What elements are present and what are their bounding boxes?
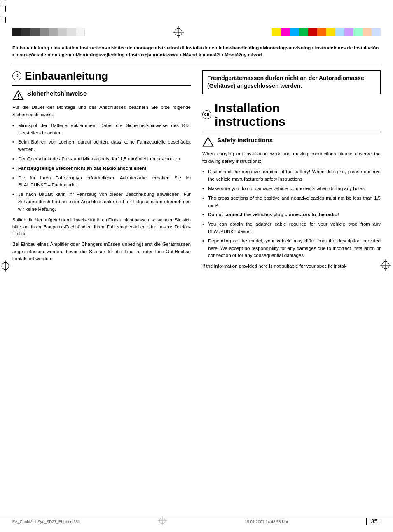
swatch-red <box>308 28 317 36</box>
page-wrapper: Einbauanleitung • Installation instructi… <box>0 0 393 532</box>
left-bullet-5: Die für Ihren Fahrzeugtyp erforderlichen… <box>12 174 191 189</box>
swatch-gray3 <box>49 28 58 36</box>
right-warning-box-text: Fremdgerätemassen dürfen nicht an der Au… <box>207 74 376 90</box>
right-title-row: GB Installation instructions <box>202 101 381 128</box>
swatch-gray4 <box>58 28 67 36</box>
two-column-layout: D Einbauanleitung ! Sicherheitshinweise … <box>12 70 381 274</box>
swatch-lavender <box>344 28 353 36</box>
left-main-title: Einbauanleitung <box>25 70 108 82</box>
swatch-darkgray <box>21 28 30 36</box>
swatch-green <box>299 28 308 36</box>
crosshair-left <box>2 262 9 270</box>
left-extra-text-2: Bei Einbau eines Amplifier oder Changers… <box>12 241 191 263</box>
swatch-mint <box>353 28 363 36</box>
swatch-cyan <box>290 28 299 36</box>
left-bullet-list: Minuspol der Batterie abklemmen! Dabei d… <box>12 122 191 213</box>
left-bullet-3: Der Querschnitt des Plus- und Minuskabel… <box>12 155 191 163</box>
footer-left-text: EA_CanbMelbSyd_SD27_EU.indd 351 <box>12 519 80 524</box>
right-bullet-list: Disconnect the negative terminal of the … <box>202 168 381 259</box>
right-divider <box>202 132 381 132</box>
right-intro-text: When carrying out installation work and … <box>202 151 381 165</box>
swatch-white <box>76 28 85 36</box>
left-circle-letter: D <box>12 71 21 80</box>
swatch-magenta <box>281 28 290 36</box>
left-warning-icon: ! <box>12 90 24 101</box>
right-circle-letter: GB <box>202 110 211 119</box>
swatch-orange <box>317 28 326 36</box>
swatch-yellow <box>272 28 281 36</box>
swatch-lightblue <box>335 28 344 36</box>
left-extra-text-1: Sollten die hier aufgeführten Hinweise f… <box>12 217 191 238</box>
right-subsection-title: Safety instructions <box>217 137 273 144</box>
swatch-lightgray <box>67 28 76 36</box>
left-title-row: D Einbauanleitung <box>12 70 191 82</box>
swatch-gray2 <box>40 28 49 36</box>
left-subsection-header: ! Sicherheitshinweise <box>12 90 191 101</box>
left-column: D Einbauanleitung ! Sicherheitshinweise … <box>12 70 191 274</box>
left-swatches <box>12 28 85 36</box>
right-extra-text-1: If the information provided here is not … <box>202 263 381 270</box>
right-main-title: Installation instructions <box>215 101 285 128</box>
footer-center <box>158 516 167 526</box>
left-bullet-4: Fahrzeugseitige Stecker nicht an das Rad… <box>12 165 191 172</box>
multilang-text: Einbauanleitung • Installation instructi… <box>12 45 379 57</box>
right-swatches <box>272 28 381 36</box>
right-column: Fremdgerätemassen dürfen nicht an der Au… <box>202 70 381 274</box>
right-warning-box: Fremdgerätemassen dürfen nicht an der Au… <box>202 70 381 94</box>
left-subsection-title: Sicherheitshinweise <box>27 90 87 97</box>
right-bullet-5: You can obtain the adapter cable require… <box>202 221 381 235</box>
footer-crosshair <box>158 516 167 525</box>
swatch-periwinkle <box>372 28 381 36</box>
right-bullet-4: Do not connect the vehicle's plug connec… <box>202 211 381 219</box>
corner-mark-bottom-right <box>0 17 6 23</box>
multilang-header: Einbauanleitung • Installation instructi… <box>12 45 381 64</box>
swatch-black <box>12 28 21 36</box>
swatch-peach <box>363 28 372 36</box>
right-subsection-header: ! Safety instructions <box>202 137 381 147</box>
top-color-bar <box>0 23 393 40</box>
crosshair-top <box>173 26 184 38</box>
right-bullet-3: The cross sections of the positive and n… <box>202 195 381 210</box>
right-warning-icon: ! <box>202 137 214 147</box>
left-bullet-2: Beim Bohren von Löchern darauf achten, d… <box>12 139 191 153</box>
swatch-lightyellow <box>326 28 335 36</box>
right-bullet-2: Make sure you do not damage vehicle comp… <box>202 185 381 193</box>
page-footer: EA_CanbMelbSyd_SD27_EU.indd 351 15.01.20… <box>0 516 393 526</box>
right-bullet-6: Depending on the model, your vehicle may… <box>202 238 381 259</box>
main-content: Einbauanleitung • Installation instructi… <box>0 40 393 282</box>
left-intro-text: Für die Dauer der Montage und des Anschl… <box>12 104 191 119</box>
left-bullet-1: Minuspol der Batterie abklemmen! Dabei d… <box>12 122 191 137</box>
crosshair-right <box>380 259 391 273</box>
svg-text:!: ! <box>207 140 209 146</box>
left-bullet-6: Je nach Bauart kann Ihr Fahrzeug von die… <box>12 191 191 213</box>
page-number: 351 <box>366 518 381 525</box>
footer-right-text: 15.01.2007 14:48:55 Uhr <box>245 519 288 524</box>
svg-text:!: ! <box>17 93 19 100</box>
corner-mark-bottom-left <box>0 12 6 17</box>
swatch-gray1 <box>30 28 40 36</box>
corner-mark-top-right <box>0 6 6 12</box>
right-bullet-1: Disconnect the negative terminal of the … <box>202 168 381 183</box>
left-divider <box>12 85 191 86</box>
corner-mark-top-left <box>0 0 6 6</box>
